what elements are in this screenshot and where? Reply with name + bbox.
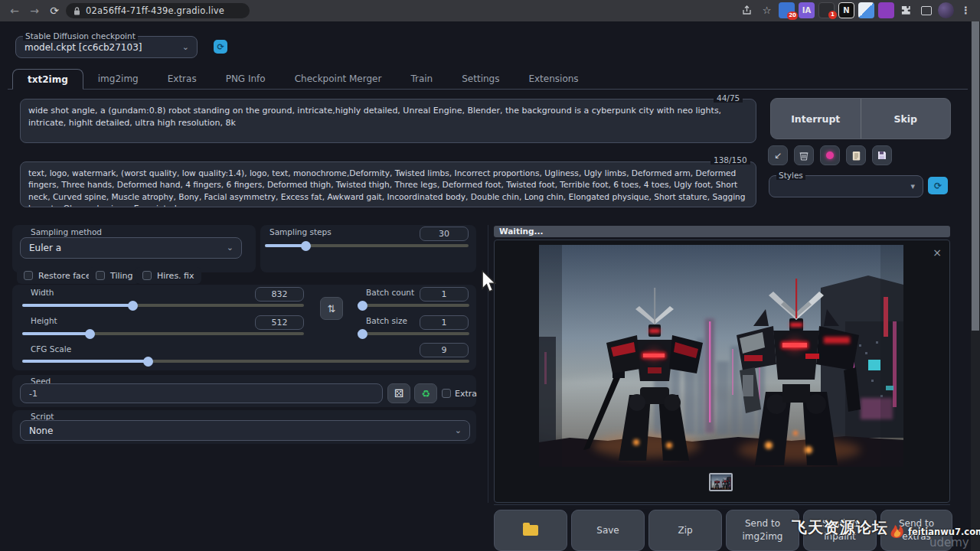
tab-checkpoint-merger[interactable]: Checkpoint Merger (280, 69, 397, 90)
tab-extras[interactable]: Extras (153, 69, 211, 90)
width-slider[interactable] (22, 304, 304, 307)
extensions-puzzle-icon[interactable] (898, 2, 914, 18)
side-panel-icon[interactable] (918, 2, 934, 18)
tabs-divider (8, 89, 968, 90)
tab-extensions[interactable]: Extensions (514, 69, 593, 90)
save-button[interactable]: Save (571, 510, 645, 551)
tab-png-info[interactable]: PNG Info (211, 69, 280, 90)
floppy-icon (877, 151, 887, 160)
forward-icon[interactable]: → (26, 2, 43, 19)
extension-icon-image[interactable] (858, 2, 874, 18)
dice-icon: ⚄ (394, 387, 403, 399)
batch-count-label: Batch count (366, 288, 414, 297)
skip-button[interactable]: Skip (861, 99, 951, 139)
extension-icon-purple[interactable] (878, 2, 894, 18)
address-bar[interactable]: 02a56ff4-71ff-439e.gradio.live (66, 3, 250, 18)
tab-img2img[interactable]: img2img (83, 69, 153, 90)
script-dropdown[interactable]: None ⌄ (20, 420, 470, 441)
bookmark-star-icon[interactable]: ☆ (759, 2, 775, 18)
checkpoint-refresh-button[interactable]: ⟳ (214, 40, 227, 54)
save-style-button[interactable] (872, 145, 892, 165)
sampling-method-dropdown[interactable]: Euler a ⌄ (20, 237, 242, 259)
extension-icon-notion[interactable]: N (838, 2, 854, 18)
slider-handle[interactable] (85, 329, 95, 339)
extension-icon-blue[interactable]: 20 (779, 2, 795, 18)
extra-networks-button[interactable] (820, 145, 840, 165)
chevron-down-icon: ⌄ (227, 243, 234, 253)
tab-settings[interactable]: Settings (447, 69, 514, 90)
lock-icon (74, 7, 80, 15)
batch-size-input[interactable]: 1 (420, 315, 469, 330)
width-label: Width (31, 288, 54, 297)
cfg-scale-label: CFG Scale (31, 344, 71, 354)
share-icon[interactable] (739, 2, 755, 18)
gallery-thumbnail[interactable] (709, 473, 733, 491)
page-scrollbar[interactable] (971, 21, 980, 551)
send-to-inpaint-button[interactable]: Send to inpaint (803, 510, 877, 551)
profile-avatar[interactable] (938, 2, 954, 18)
back-icon[interactable]: ← (6, 2, 23, 19)
chevron-down-icon: ▾ (910, 181, 915, 191)
tiling-checkbox[interactable] (96, 271, 105, 280)
send-to-img2img-button[interactable]: Send to img2img (726, 510, 799, 551)
tab-train[interactable]: Train (396, 69, 447, 90)
batch-size-slider[interactable] (358, 332, 469, 335)
batch-count-input[interactable]: 1 (420, 287, 469, 302)
progress-bar: Waiting... (494, 226, 950, 237)
paste-params-button[interactable]: ↙ (768, 145, 788, 165)
trash-icon (799, 151, 808, 161)
slider-handle[interactable] (143, 357, 153, 367)
folder-icon (523, 525, 538, 536)
cfg-scale-input[interactable]: 9 (420, 343, 469, 357)
generated-image[interactable] (539, 245, 903, 467)
swap-icon: ⇅ (328, 303, 336, 315)
sampling-steps-input[interactable]: 30 (420, 227, 469, 241)
slider-handle[interactable] (128, 301, 138, 311)
send-to-extras-button[interactable]: Send to extras (880, 510, 952, 551)
hires-fix-checkbox[interactable] (142, 271, 152, 280)
reload-icon[interactable]: ⟳ (46, 2, 63, 19)
cfg-scale-slider[interactable] (22, 360, 469, 363)
zip-button[interactable]: Zip (648, 510, 722, 551)
pink-dot-icon (826, 152, 834, 159)
tab-txt2img[interactable]: txt2img (12, 69, 83, 90)
height-input[interactable]: 512 (255, 315, 304, 330)
swap-dimensions-button[interactable]: ⇅ (320, 297, 343, 320)
browser-menu-icon[interactable]: ⋮ (958, 2, 974, 18)
extension-badge: 20 (787, 11, 798, 20)
extension-icon-camera[interactable]: 1 (818, 2, 835, 18)
clear-prompt-button[interactable] (794, 145, 814, 165)
tiling-option[interactable]: Tiling (89, 267, 140, 284)
batch-count-slider[interactable] (358, 304, 469, 307)
height-slider[interactable] (22, 332, 304, 335)
checkpoint-label: Stable Diffusion checkpoint (23, 31, 138, 41)
scrollbar-thumb[interactable] (972, 21, 979, 331)
run-controls: Interrupt Skip (770, 98, 951, 139)
clipboard-icon (852, 151, 861, 161)
hires-fix-option[interactable]: Hires. fix (136, 267, 201, 284)
chevron-down-icon: ⌄ (455, 425, 462, 435)
slider-handle[interactable] (301, 241, 311, 251)
seed-input[interactable]: -1 (20, 383, 383, 403)
arrow-sw-icon: ↙ (774, 150, 782, 161)
interrupt-button[interactable]: Interrupt (771, 99, 861, 139)
random-seed-button[interactable]: ⚄ (387, 383, 410, 403)
reuse-seed-button[interactable]: ♻ (414, 383, 437, 403)
extension-icon-ia[interactable]: IA (799, 2, 815, 18)
negative-prompt-textarea[interactable]: text, logo, watermark, (worst quality, l… (20, 161, 756, 207)
seed-extra-checkbox[interactable] (442, 389, 451, 398)
slider-handle[interactable] (358, 329, 368, 339)
close-icon[interactable]: × (933, 246, 942, 259)
open-folder-button[interactable] (494, 510, 567, 551)
prompt-textarea[interactable]: wide shot angle, a (gundam:0.8) robot st… (20, 99, 756, 143)
recycle-icon: ♻ (421, 388, 430, 399)
width-input[interactable]: 832 (255, 287, 304, 302)
apply-style-button[interactable] (846, 145, 866, 165)
restore-faces-checkbox[interactable] (24, 271, 33, 280)
styles-refresh-button[interactable]: ⟳ (928, 177, 948, 194)
hires-fix-label: Hires. fix (157, 271, 194, 281)
extension-label: IA (802, 6, 811, 15)
extension-label: N (843, 6, 849, 15)
slider-handle[interactable] (358, 301, 368, 311)
sampling-steps-slider[interactable] (265, 244, 469, 247)
